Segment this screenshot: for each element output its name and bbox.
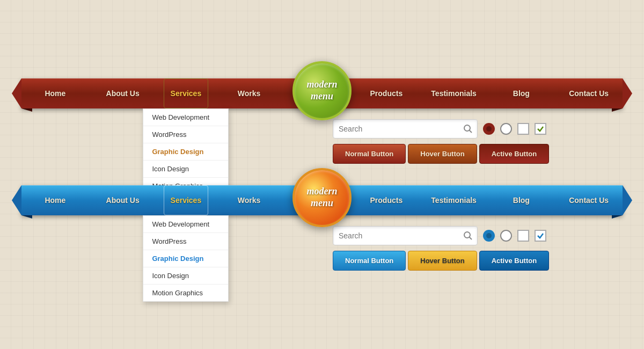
nav-about-2[interactable]: About Us	[89, 185, 157, 215]
theme2-checkbox-checked[interactable]	[535, 230, 546, 242]
theme1-nav-wrapper: Home About Us Services Web Development W…	[21, 78, 623, 108]
search-icon-1	[463, 124, 473, 134]
svg-point-2	[464, 232, 470, 238]
nav-services-1[interactable]: Services	[164, 78, 209, 108]
radio-inner-1	[486, 126, 492, 132]
nav-testimonials-1[interactable]: Testimonials	[420, 78, 488, 108]
theme2-dropdown: Web Development WordPress Graphic Design…	[143, 215, 229, 302]
theme2-buttons-row: Normal Button Hover Button Active Button	[333, 251, 549, 271]
svg-line-3	[470, 237, 472, 240]
theme2-search-button[interactable]	[458, 226, 478, 245]
theme1-search-wrapper	[333, 119, 478, 139]
theme2-bottom-controls: Normal Button Hover Button Active Button	[333, 226, 549, 271]
dropdown-item-wordpress-1[interactable]: WordPress	[143, 126, 228, 143]
theme1-section: Home About Us Services Web Development W…	[21, 78, 623, 164]
nav-about-1[interactable]: About Us	[89, 78, 157, 108]
nav-products-2[interactable]: Products	[353, 185, 420, 215]
radio-inner-2	[486, 233, 492, 238]
svg-line-1	[470, 130, 472, 133]
theme1-radio-filled[interactable]	[483, 123, 495, 135]
svg-point-0	[464, 125, 470, 131]
dropdown-item-icon-2[interactable]: Icon Design	[143, 267, 228, 285]
radio-outline-inner-2	[504, 234, 508, 238]
ribbon-fold-left-1	[21, 108, 32, 112]
nav-products-1[interactable]: Products	[353, 78, 420, 108]
nav-blog-1[interactable]: Blog	[488, 78, 555, 108]
ribbon-fold-right-1	[612, 108, 623, 112]
ribbon-fold-right-2	[612, 215, 623, 219]
nav-testimonials-2[interactable]: Testimonials	[420, 185, 488, 215]
ribbon-fold-left-2	[21, 215, 32, 219]
dropdown-item-graphic-1[interactable]: Graphic Design	[143, 143, 228, 161]
nav-works-2[interactable]: Works	[215, 185, 283, 215]
theme1-search-button[interactable]	[458, 119, 478, 139]
theme2-nav-wrapper: Home About Us Services Web Development W…	[21, 185, 623, 215]
radio-outline-inner-1	[504, 127, 508, 131]
theme2-hover-button[interactable]: Hover Button	[408, 251, 477, 271]
theme2-radio-filled[interactable]	[483, 230, 495, 242]
theme2-checkbox-empty[interactable]	[517, 230, 529, 242]
theme2-active-button[interactable]: Active Button	[479, 251, 550, 271]
theme2-controls: Normal Button Hover Button Active Button	[21, 226, 623, 271]
nav-contact-1[interactable]: Contact Us	[555, 78, 623, 108]
theme1-controls: Normal Button Hover Button Active Button	[21, 119, 623, 164]
theme1-active-button[interactable]: Active Button	[479, 144, 550, 164]
checkmark-icon-2	[537, 232, 544, 239]
theme2-section: Home About Us Services Web Development W…	[21, 185, 623, 271]
theme1-logo: modern menu	[292, 61, 352, 120]
theme2-radio-outline[interactable]	[500, 230, 512, 242]
theme1-checkbox-empty[interactable]	[517, 123, 529, 135]
search-icon-2	[463, 231, 473, 241]
theme1-normal-button[interactable]: Normal Button	[333, 144, 406, 164]
theme2-search-input[interactable]	[333, 226, 478, 245]
theme1-radio-outline[interactable]	[500, 123, 512, 135]
theme2-search-wrapper	[333, 226, 478, 245]
nav-home-1[interactable]: Home	[21, 78, 89, 108]
theme2-search-row	[333, 226, 549, 245]
nav-works-1[interactable]: Works	[215, 78, 283, 108]
nav-contact-2[interactable]: Contact Us	[555, 185, 623, 215]
theme2-logo: modern menu	[292, 168, 352, 227]
dropdown-item-icon-1[interactable]: Icon Design	[143, 161, 228, 178]
theme1-logo-text: modern menu	[306, 79, 337, 102]
theme2-logo-text: modern menu	[306, 186, 337, 209]
nav-services-wrapper-1: Services Web Development WordPress Graph…	[157, 78, 216, 108]
dropdown-item-webdev-1[interactable]: Web Development	[143, 109, 228, 126]
theme1-search-row	[333, 119, 549, 139]
checkmark-icon-1	[537, 125, 544, 133]
theme1-search-input[interactable]	[333, 119, 478, 139]
theme1-hover-button[interactable]: Hover Button	[408, 144, 477, 164]
theme1-bottom-controls: Normal Button Hover Button Active Button	[333, 119, 549, 164]
theme1-checkbox-checked[interactable]	[535, 123, 546, 135]
nav-home-2[interactable]: Home	[21, 185, 89, 215]
theme1-dropdown: Web Development WordPress Graphic Design…	[143, 108, 229, 195]
theme2-normal-button[interactable]: Normal Button	[333, 251, 406, 271]
nav-blog-2[interactable]: Blog	[488, 185, 555, 215]
dropdown-item-motion-2[interactable]: Motion Graphics	[143, 285, 228, 301]
dropdown-item-graphic-2[interactable]: Graphic Design	[143, 250, 228, 267]
nav-services-2[interactable]: Services	[164, 185, 209, 215]
nav-services-wrapper-2: Services Web Development WordPress Graph…	[157, 185, 216, 215]
theme1-buttons-row: Normal Button Hover Button Active Button	[333, 144, 549, 164]
dropdown-item-webdev-2[interactable]: Web Development	[143, 216, 228, 233]
dropdown-item-wordpress-2[interactable]: WordPress	[143, 233, 228, 250]
